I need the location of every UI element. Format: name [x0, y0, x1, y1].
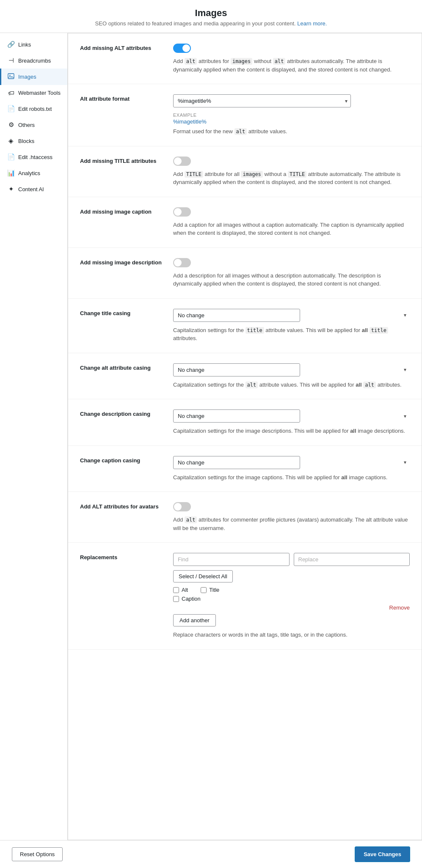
- sidebar-item-edit-htaccess[interactable]: 📄 Edit .htaccess: [0, 149, 67, 165]
- add-missing-alt-control: Add alt attributes for images without al…: [173, 44, 410, 74]
- title-checkbox-label[interactable]: Title: [201, 587, 219, 593]
- add-missing-description-toggle[interactable]: [173, 258, 191, 267]
- replacements-desc: Replace characters or words in the alt t…: [173, 631, 410, 639]
- add-missing-caption-toggle[interactable]: [173, 207, 191, 217]
- add-missing-title-desc: Add TITLE attribute for all images witho…: [173, 170, 410, 187]
- breadcrumbs-icon: ⊣: [7, 57, 15, 64]
- change-title-casing-desc: Capitalization settings for the title at…: [173, 326, 410, 343]
- add-missing-caption-label: Add missing image caption: [80, 207, 165, 216]
- images-icon: [7, 73, 15, 81]
- alt-avatars-desc: Add alt attributes for commenter profile…: [173, 516, 410, 532]
- page-title: Images: [8, 8, 414, 19]
- add-missing-alt-toggle[interactable]: [173, 44, 191, 53]
- sidebar-item-analytics[interactable]: 📊 Analytics: [0, 165, 67, 181]
- replacements-control: Select / Deselect All Alt Title: [173, 553, 410, 639]
- change-description-casing-desc: Capitalization settings for the image de…: [173, 427, 410, 435]
- edit-robots-icon: 📄: [7, 105, 15, 113]
- content-ai-icon: ✦: [7, 185, 15, 193]
- example-value: %imagetitle%: [173, 118, 410, 125]
- add-missing-title-row: Add missing TITLE attributes Add TITLE a…: [68, 146, 422, 197]
- replacement-inputs: [173, 553, 410, 566]
- change-title-casing-control: No change Lowercase Uppercase Title Case…: [173, 309, 410, 343]
- webmaster-tools-icon: 🏷: [7, 89, 15, 96]
- save-button[interactable]: Save Changes: [355, 846, 410, 862]
- add-missing-caption-control: Add a caption for all images without a c…: [173, 207, 410, 237]
- sidebar-item-others[interactable]: ⚙ Others: [0, 117, 67, 133]
- replace-input[interactable]: [294, 553, 410, 566]
- alt-format-label: Alt attribute format: [80, 94, 165, 103]
- reset-button[interactable]: Reset Options: [12, 847, 63, 861]
- add-another-button[interactable]: Add another: [173, 614, 216, 626]
- alt-avatars-row: Add ALT attributes for avatars Add alt a…: [68, 492, 422, 543]
- caption-casing-arrow: ▾: [404, 459, 406, 465]
- page-description: SEO options related to featured images a…: [8, 20, 414, 27]
- remove-button[interactable]: Remove: [173, 604, 410, 611]
- caption-checkbox-label[interactable]: Caption: [173, 596, 201, 602]
- change-title-casing-label: Change title casing: [80, 309, 165, 317]
- add-missing-alt-desc: Add alt attributes for images without al…: [173, 57, 410, 74]
- change-alt-casing-control: No change Lowercase Uppercase Title Case…: [173, 363, 410, 389]
- replacements-row: Replacements Select / Deselect All Alt: [68, 543, 422, 650]
- change-description-casing-select[interactable]: No change Lowercase Uppercase Title Case: [173, 409, 300, 423]
- sidebar-item-images[interactable]: Images: [0, 69, 67, 85]
- alt-avatars-label: Add ALT attributes for avatars: [80, 502, 165, 511]
- alt-format-row: Alt attribute format %imagetitle% %filen…: [68, 84, 422, 146]
- example-label: EXAMPLE: [173, 113, 410, 118]
- alt-format-control: %imagetitle% %filename% %title% %descrip…: [173, 94, 410, 136]
- change-title-casing-row: Change title casing No change Lowercase …: [68, 299, 422, 353]
- sidebar-item-edit-robots[interactable]: 📄 Edit robots.txt: [0, 101, 67, 117]
- svg-rect-0: [8, 74, 14, 79]
- change-caption-casing-row: Change caption casing No change Lowercas…: [68, 446, 422, 492]
- select-deselect-button[interactable]: Select / Deselect All: [173, 570, 233, 582]
- sidebar-item-links[interactable]: 🔗 Links: [0, 36, 67, 52]
- change-description-casing-row: Change description casing No change Lowe…: [68, 399, 422, 446]
- alt-checkbox-text: Alt: [182, 587, 188, 593]
- sidebar-item-breadcrumbs[interactable]: ⊣ Breadcrumbs: [0, 52, 67, 69]
- add-missing-alt-row: Add missing ALT attributes Add alt attri…: [68, 33, 422, 84]
- alt-checkbox-label[interactable]: Alt: [173, 587, 188, 593]
- alt-casing-arrow: ▾: [404, 367, 406, 373]
- title-checkbox-text: Title: [209, 587, 219, 593]
- add-missing-description-control: Add a description for all images without…: [173, 258, 410, 288]
- change-caption-casing-select[interactable]: No change Lowercase Uppercase Title Case: [173, 456, 300, 469]
- learn-more-link[interactable]: Learn more.: [297, 20, 327, 27]
- change-title-casing-select[interactable]: No change Lowercase Uppercase Title Case: [173, 309, 300, 322]
- add-missing-description-label: Add missing image description: [80, 258, 165, 266]
- others-icon: ⚙: [7, 121, 15, 129]
- alt-format-desc: Format used for the new alt attribute va…: [173, 127, 410, 136]
- change-alt-casing-row: Change alt attribute casing No change Lo…: [68, 353, 422, 400]
- add-missing-alt-label: Add missing ALT attributes: [80, 44, 165, 52]
- edit-htaccess-icon: 📄: [7, 153, 15, 161]
- replacements-label: Replacements: [80, 553, 165, 561]
- add-missing-title-label: Add missing TITLE attributes: [80, 157, 165, 165]
- analytics-icon: 📊: [7, 169, 15, 177]
- checkbox-row-2: Caption: [173, 596, 410, 602]
- sidebar: 🔗 Links ⊣ Breadcrumbs Images 🏷: [0, 33, 68, 840]
- alt-avatars-control: Add alt attributes for commenter profile…: [173, 502, 410, 532]
- change-description-casing-control: No change Lowercase Uppercase Title Case…: [173, 409, 410, 435]
- caption-checkbox[interactable]: [173, 596, 179, 602]
- change-alt-casing-label: Change alt attribute casing: [80, 363, 165, 372]
- alt-checkbox[interactable]: [173, 587, 179, 593]
- add-missing-title-toggle[interactable]: [173, 157, 191, 166]
- sidebar-item-content-ai[interactable]: ✦ Content AI: [0, 181, 67, 197]
- alt-format-select[interactable]: %imagetitle% %filename% %title% %descrip…: [173, 94, 351, 107]
- title-checkbox[interactable]: [201, 587, 207, 593]
- links-icon: 🔗: [7, 41, 15, 48]
- change-caption-casing-desc: Capitalization settings for the image ca…: [173, 473, 410, 482]
- alt-avatars-toggle[interactable]: [173, 502, 191, 511]
- sidebar-item-webmaster-tools[interactable]: 🏷 Webmaster Tools: [0, 85, 67, 101]
- description-casing-arrow: ▾: [404, 413, 406, 419]
- blocks-icon: ◈: [7, 137, 15, 145]
- change-caption-casing-label: Change caption casing: [80, 456, 165, 464]
- add-missing-description-desc: Add a description for all images without…: [173, 272, 410, 288]
- add-missing-caption-desc: Add a caption for all images without a c…: [173, 221, 410, 237]
- change-alt-casing-select[interactable]: No change Lowercase Uppercase Title Case: [173, 363, 300, 376]
- find-input[interactable]: [173, 553, 290, 566]
- add-missing-title-control: Add TITLE attribute for all images witho…: [173, 157, 410, 187]
- content-area: Add missing ALT attributes Add alt attri…: [68, 33, 422, 840]
- svg-point-1: [9, 75, 10, 76]
- sidebar-item-blocks[interactable]: ◈ Blocks: [0, 133, 67, 149]
- change-description-casing-label: Change description casing: [80, 409, 165, 418]
- title-casing-arrow: ▾: [404, 312, 406, 318]
